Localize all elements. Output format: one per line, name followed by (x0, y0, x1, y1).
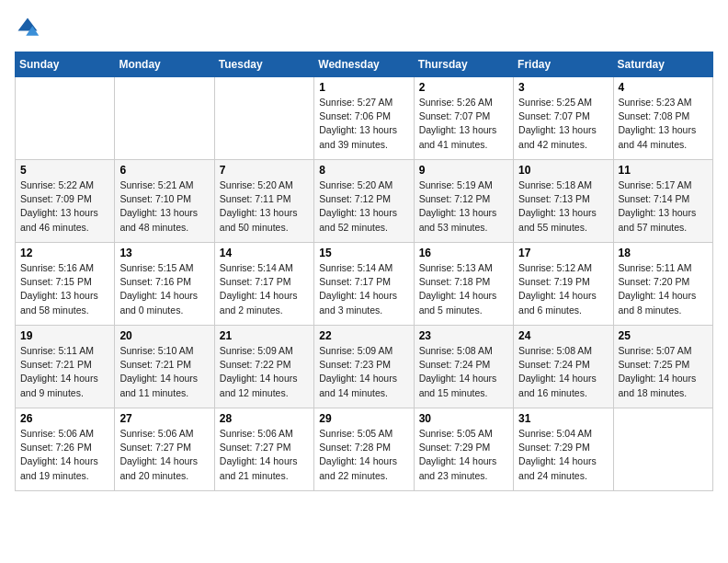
day-number: 27 (119, 412, 209, 425)
calendar-cell: 3Sunrise: 5:25 AMSunset: 7:07 PMDaylight… (514, 77, 613, 160)
calendar-cell: 1Sunrise: 5:27 AMSunset: 7:06 PMDaylight… (314, 77, 414, 160)
calendar-cell: 15Sunrise: 5:14 AMSunset: 7:17 PMDayligh… (314, 243, 414, 326)
day-info: Sunrise: 5:09 AMSunset: 7:22 PMDaylight:… (220, 344, 309, 400)
day-number: 4 (619, 81, 708, 94)
day-info: Sunrise: 5:21 AMSunset: 7:10 PMDaylight:… (119, 178, 209, 235)
day-number: 11 (619, 164, 708, 177)
day-info: Sunrise: 5:17 AMSunset: 7:14 PMDaylight:… (619, 178, 708, 235)
calendar-cell: 4Sunrise: 5:23 AMSunset: 7:08 PMDaylight… (613, 77, 712, 160)
day-number: 2 (419, 81, 508, 94)
day-number: 28 (220, 412, 309, 425)
calendar-cell: 9Sunrise: 5:19 AMSunset: 7:12 PMDaylight… (414, 160, 513, 243)
day-number: 31 (518, 412, 608, 425)
day-number: 26 (20, 412, 109, 425)
day-info: Sunrise: 5:16 AMSunset: 7:15 PMDaylight:… (20, 261, 109, 317)
calendar-cell: 26Sunrise: 5:06 AMSunset: 7:26 PMDayligh… (16, 408, 115, 491)
day-number: 15 (319, 247, 408, 259)
day-info: Sunrise: 5:08 AMSunset: 7:24 PMDaylight:… (518, 344, 608, 400)
day-info: Sunrise: 5:18 AMSunset: 7:13 PMDaylight:… (518, 178, 608, 235)
day-number: 10 (518, 164, 608, 177)
day-number: 29 (319, 412, 408, 425)
calendar-cell (214, 77, 313, 160)
calendar-cell: 5Sunrise: 5:22 AMSunset: 7:09 PMDaylight… (16, 160, 115, 243)
day-info: Sunrise: 5:05 AMSunset: 7:29 PMDaylight:… (419, 427, 508, 483)
day-info: Sunrise: 5:09 AMSunset: 7:23 PMDaylight:… (319, 344, 408, 400)
calendar-cell: 30Sunrise: 5:05 AMSunset: 7:29 PMDayligh… (414, 408, 513, 491)
day-info: Sunrise: 5:19 AMSunset: 7:12 PMDaylight:… (419, 178, 508, 235)
calendar-cell: 18Sunrise: 5:11 AMSunset: 7:20 PMDayligh… (613, 243, 712, 326)
weekday-header-row: SundayMondayTuesdayWednesdayThursdayFrid… (16, 52, 713, 77)
weekday-header-sunday: Sunday (16, 52, 115, 77)
calendar-cell (115, 77, 214, 160)
weekday-header-friday: Friday (514, 52, 613, 77)
day-number: 7 (220, 164, 309, 177)
day-number: 17 (518, 247, 608, 259)
calendar-cell: 2Sunrise: 5:26 AMSunset: 7:07 PMDaylight… (414, 77, 513, 160)
calendar-cell: 31Sunrise: 5:04 AMSunset: 7:29 PMDayligh… (514, 408, 613, 491)
logo-icon (15, 15, 40, 40)
day-info: Sunrise: 5:27 AMSunset: 7:06 PMDaylight:… (319, 96, 408, 152)
day-info: Sunrise: 5:13 AMSunset: 7:18 PMDaylight:… (419, 261, 508, 317)
calendar-cell: 23Sunrise: 5:08 AMSunset: 7:24 PMDayligh… (414, 326, 513, 408)
day-number: 21 (220, 329, 309, 342)
day-number: 14 (220, 247, 309, 259)
day-info: Sunrise: 5:25 AMSunset: 7:07 PMDaylight:… (518, 96, 608, 152)
page-header (15, 15, 713, 40)
day-number: 20 (119, 329, 209, 342)
day-number: 5 (20, 164, 109, 177)
day-info: Sunrise: 5:04 AMSunset: 7:29 PMDaylight:… (518, 427, 608, 483)
day-number: 18 (619, 247, 708, 259)
calendar-cell: 29Sunrise: 5:05 AMSunset: 7:28 PMDayligh… (314, 408, 414, 491)
day-info: Sunrise: 5:05 AMSunset: 7:28 PMDaylight:… (319, 427, 408, 483)
day-info: Sunrise: 5:23 AMSunset: 7:08 PMDaylight:… (619, 96, 708, 152)
day-number: 9 (419, 164, 508, 177)
day-number: 22 (319, 329, 408, 342)
calendar-cell: 24Sunrise: 5:08 AMSunset: 7:24 PMDayligh… (514, 326, 613, 408)
calendar-cell: 10Sunrise: 5:18 AMSunset: 7:13 PMDayligh… (514, 160, 613, 243)
day-info: Sunrise: 5:14 AMSunset: 7:17 PMDaylight:… (220, 261, 309, 317)
calendar-cell: 14Sunrise: 5:14 AMSunset: 7:17 PMDayligh… (214, 243, 313, 326)
calendar-week-row: 12Sunrise: 5:16 AMSunset: 7:15 PMDayligh… (16, 243, 713, 326)
calendar-cell: 17Sunrise: 5:12 AMSunset: 7:19 PMDayligh… (514, 243, 613, 326)
day-info: Sunrise: 5:06 AMSunset: 7:26 PMDaylight:… (20, 427, 109, 483)
day-number: 6 (119, 164, 209, 177)
day-info: Sunrise: 5:15 AMSunset: 7:16 PMDaylight:… (119, 261, 209, 317)
calendar-week-row: 26Sunrise: 5:06 AMSunset: 7:26 PMDayligh… (16, 408, 713, 491)
day-info: Sunrise: 5:11 AMSunset: 7:20 PMDaylight:… (619, 261, 708, 317)
day-info: Sunrise: 5:12 AMSunset: 7:19 PMDaylight:… (518, 261, 608, 317)
calendar-cell: 28Sunrise: 5:06 AMSunset: 7:27 PMDayligh… (214, 408, 313, 491)
calendar-week-row: 5Sunrise: 5:22 AMSunset: 7:09 PMDaylight… (16, 160, 713, 243)
calendar-cell (16, 77, 115, 160)
day-number: 1 (319, 81, 408, 94)
day-info: Sunrise: 5:08 AMSunset: 7:24 PMDaylight:… (419, 344, 508, 400)
day-info: Sunrise: 5:06 AMSunset: 7:27 PMDaylight:… (220, 427, 309, 483)
calendar-cell: 19Sunrise: 5:11 AMSunset: 7:21 PMDayligh… (16, 326, 115, 408)
day-number: 13 (119, 247, 209, 259)
calendar-cell: 21Sunrise: 5:09 AMSunset: 7:22 PMDayligh… (214, 326, 313, 408)
day-number: 23 (419, 329, 508, 342)
calendar-cell: 6Sunrise: 5:21 AMSunset: 7:10 PMDaylight… (115, 160, 214, 243)
calendar-cell: 22Sunrise: 5:09 AMSunset: 7:23 PMDayligh… (314, 326, 414, 408)
day-number: 25 (619, 329, 708, 342)
day-number: 24 (518, 329, 608, 342)
calendar-cell: 13Sunrise: 5:15 AMSunset: 7:16 PMDayligh… (115, 243, 214, 326)
calendar-cell: 11Sunrise: 5:17 AMSunset: 7:14 PMDayligh… (613, 160, 712, 243)
weekday-header-thursday: Thursday (414, 52, 513, 77)
day-info: Sunrise: 5:14 AMSunset: 7:17 PMDaylight:… (319, 261, 408, 317)
weekday-header-wednesday: Wednesday (314, 52, 414, 77)
logo (15, 15, 44, 40)
day-number: 19 (20, 329, 109, 342)
calendar-cell: 25Sunrise: 5:07 AMSunset: 7:25 PMDayligh… (613, 326, 712, 408)
day-info: Sunrise: 5:26 AMSunset: 7:07 PMDaylight:… (419, 96, 508, 152)
calendar-cell: 20Sunrise: 5:10 AMSunset: 7:21 PMDayligh… (115, 326, 214, 408)
calendar-week-row: 19Sunrise: 5:11 AMSunset: 7:21 PMDayligh… (16, 326, 713, 408)
day-info: Sunrise: 5:22 AMSunset: 7:09 PMDaylight:… (20, 178, 109, 235)
day-info: Sunrise: 5:20 AMSunset: 7:12 PMDaylight:… (319, 178, 408, 235)
day-info: Sunrise: 5:20 AMSunset: 7:11 PMDaylight:… (220, 178, 309, 235)
calendar-cell: 8Sunrise: 5:20 AMSunset: 7:12 PMDaylight… (314, 160, 414, 243)
calendar-cell: 16Sunrise: 5:13 AMSunset: 7:18 PMDayligh… (414, 243, 513, 326)
calendar-table: SundayMondayTuesdayWednesdayThursdayFrid… (15, 52, 713, 491)
weekday-header-monday: Monday (115, 52, 214, 77)
day-info: Sunrise: 5:11 AMSunset: 7:21 PMDaylight:… (20, 344, 109, 400)
day-number: 16 (419, 247, 508, 259)
